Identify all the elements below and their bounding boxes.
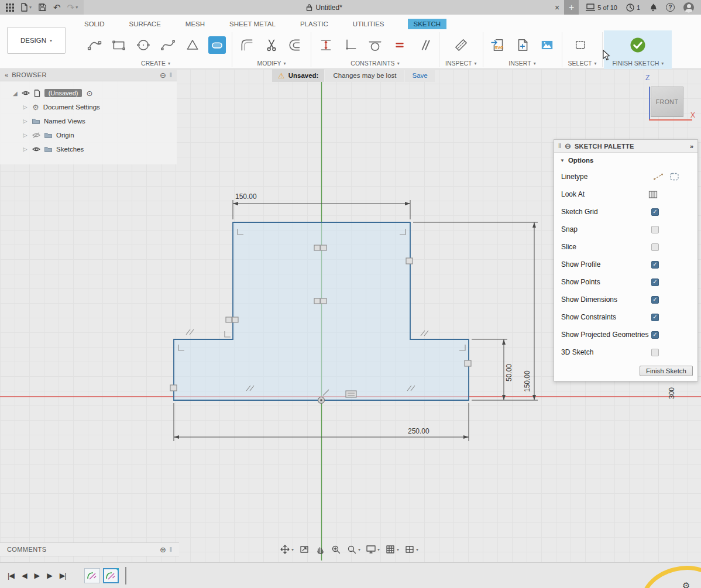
- panel-grip-icon[interactable]: ‖: [170, 72, 172, 78]
- tool-measure-icon[interactable]: [452, 36, 470, 54]
- pan-icon[interactable]: ▾: [280, 544, 294, 555]
- tool-insert-svg-icon[interactable]: SVG: [489, 36, 507, 54]
- show-dimensions-checkbox[interactable]: ✓: [651, 296, 659, 304]
- look-at-view-icon[interactable]: [299, 544, 310, 555]
- comments-bar[interactable]: COMMENTS ⊕ ‖: [0, 542, 179, 556]
- browser-item-origin[interactable]: ▷ Origin: [0, 128, 177, 142]
- timeline-feature-sketch-2[interactable]: [103, 568, 119, 583]
- grid-settings-icon[interactable]: ▾: [385, 544, 399, 555]
- 3d-sketch-checkbox[interactable]: ✓: [651, 349, 659, 356]
- tool-sketch-dimension-icon[interactable]: [317, 36, 335, 54]
- tab-sheet-metal[interactable]: SHEET METAL: [228, 19, 277, 29]
- construction-linetype-icon[interactable]: [653, 172, 664, 181]
- viewcube-front-face[interactable]: FRONT: [651, 87, 683, 117]
- browser-root-row[interactable]: ◢ (Unsaved) ⊙: [0, 86, 177, 100]
- zoom-window-icon[interactable]: [331, 544, 341, 555]
- notification-center-button[interactable]: 1: [626, 4, 640, 12]
- step-forward-icon[interactable]: ▶: [47, 571, 52, 580]
- undo-icon[interactable]: ↶: [53, 3, 61, 12]
- close-tab-icon[interactable]: ×: [555, 3, 559, 12]
- tab-sketch[interactable]: SKETCH: [408, 19, 447, 29]
- sketch-grid-checkbox[interactable]: ✓: [651, 208, 659, 216]
- tab-utilities[interactable]: UTILITIES: [352, 19, 386, 29]
- tool-tangent-icon[interactable]: [366, 36, 384, 54]
- activate-target-icon[interactable]: ⊙: [86, 89, 92, 98]
- avatar[interactable]: [683, 2, 694, 13]
- step-back-icon[interactable]: ◀: [22, 571, 27, 580]
- tool-polygon-icon[interactable]: [184, 36, 201, 54]
- modify-menu[interactable]: MODIFY▾: [257, 60, 286, 69]
- timeline-feature-sketch-1[interactable]: [84, 568, 100, 583]
- tool-trim-icon[interactable]: [263, 36, 280, 54]
- tool-rectangle-icon[interactable]: [110, 36, 128, 54]
- save-button[interactable]: Save: [405, 69, 434, 82]
- browser-item-document-settings[interactable]: ▷ ⚙ Document Settings: [0, 100, 177, 114]
- document-tab[interactable]: Untitled* ×: [84, 0, 564, 15]
- tool-circle-icon[interactable]: [135, 36, 152, 54]
- finish-sketch-check-icon[interactable]: [629, 36, 647, 54]
- display-settings-icon[interactable]: ▾: [366, 544, 380, 555]
- tab-surface[interactable]: SURFACE: [128, 19, 162, 29]
- inspect-menu[interactable]: INSPECT▾: [445, 60, 477, 69]
- skip-to-start-icon[interactable]: |◀: [8, 571, 14, 580]
- tool-line-icon[interactable]: [85, 36, 103, 54]
- save-icon[interactable]: [38, 3, 47, 12]
- tool-horizontal-vertical-icon[interactable]: [342, 36, 359, 54]
- slice-checkbox[interactable]: ✓: [651, 243, 659, 251]
- select-menu[interactable]: SELECT▾: [568, 60, 597, 69]
- insert-menu[interactable]: INSERT▾: [508, 60, 535, 69]
- minimize-panel-icon[interactable]: ⊖: [160, 71, 166, 80]
- constraints-menu[interactable]: CONSTRAINTS▾: [350, 60, 399, 69]
- browser-item-named-views[interactable]: ▷ Named Views: [0, 114, 177, 128]
- tab-mesh[interactable]: MESH: [184, 19, 206, 29]
- tab-plastic[interactable]: PLASTIC: [299, 19, 329, 29]
- tab-solid[interactable]: SOLID: [83, 19, 106, 29]
- sketch-palette-header[interactable]: ‖ ⊖ SKETCH PALETTE »: [554, 140, 697, 153]
- skip-to-end-icon[interactable]: ▶|: [60, 571, 66, 580]
- visibility-off-eye-icon[interactable]: [32, 132, 40, 138]
- new-tab-button[interactable]: +: [564, 0, 579, 15]
- app-grid-icon[interactable]: [6, 4, 14, 12]
- workspace-switcher[interactable]: DESIGN ▾: [7, 27, 66, 54]
- create-menu[interactable]: CREATE▾: [141, 60, 170, 69]
- snap-checkbox[interactable]: ✓: [651, 226, 659, 233]
- visibility-eye-icon[interactable]: [32, 146, 40, 152]
- options-section-header[interactable]: ▼ Options: [554, 153, 697, 168]
- show-points-checkbox[interactable]: ✓: [651, 278, 659, 286]
- add-comment-icon[interactable]: ⊕: [160, 545, 166, 554]
- finish-sketch-menu[interactable]: FINISH SKETCH▾: [612, 60, 664, 69]
- expand-triangle-icon[interactable]: ▷: [22, 104, 28, 110]
- tool-insert-mesh-icon[interactable]: [514, 36, 531, 54]
- document-root-label[interactable]: (Unsaved): [44, 89, 83, 97]
- panel-grip-icon[interactable]: ‖: [558, 143, 561, 149]
- expanded-wedge-icon[interactable]: ◢: [13, 90, 18, 97]
- look-at-icon[interactable]: [648, 190, 658, 199]
- browser-header[interactable]: « BROWSER ⊖ ‖: [0, 69, 177, 81]
- tool-equal-icon[interactable]: [391, 36, 408, 54]
- minimize-panel-icon[interactable]: ⊖: [565, 142, 571, 150]
- expand-triangle-icon[interactable]: ▷: [22, 132, 28, 138]
- tool-slot-active-icon[interactable]: [208, 36, 226, 54]
- show-projected-checkbox[interactable]: ✓: [651, 331, 659, 339]
- play-icon[interactable]: ▶: [35, 571, 40, 580]
- show-constraints-checkbox[interactable]: ✓: [651, 314, 659, 321]
- finish-sketch-button[interactable]: Finish Sketch: [640, 366, 693, 376]
- expand-triangle-icon[interactable]: ▷: [22, 118, 28, 124]
- tool-canvas-icon[interactable]: [538, 36, 556, 54]
- expand-panel-icon[interactable]: »: [690, 143, 693, 150]
- job-status-button[interactable]: 5 of 10: [586, 4, 617, 11]
- viewports-icon[interactable]: ▾: [404, 544, 418, 555]
- collapse-panel-icon[interactable]: «: [5, 71, 8, 78]
- redo-icon[interactable]: ↷ ▾: [67, 3, 78, 12]
- bell-icon[interactable]: [649, 3, 657, 12]
- viewcube[interactable]: Z FRONT X: [641, 74, 701, 128]
- visibility-eye-icon[interactable]: [22, 90, 30, 96]
- panel-grip-icon[interactable]: ‖: [170, 546, 172, 553]
- file-menu-icon[interactable]: ▾: [20, 3, 32, 12]
- show-profile-checkbox[interactable]: ✓: [651, 261, 659, 269]
- pan-hand-icon[interactable]: [315, 544, 325, 555]
- help-icon[interactable]: ?: [666, 3, 675, 12]
- timeline-position-marker[interactable]: [125, 567, 126, 584]
- tool-select-icon[interactable]: [573, 36, 591, 54]
- tool-offset-icon[interactable]: [287, 36, 305, 54]
